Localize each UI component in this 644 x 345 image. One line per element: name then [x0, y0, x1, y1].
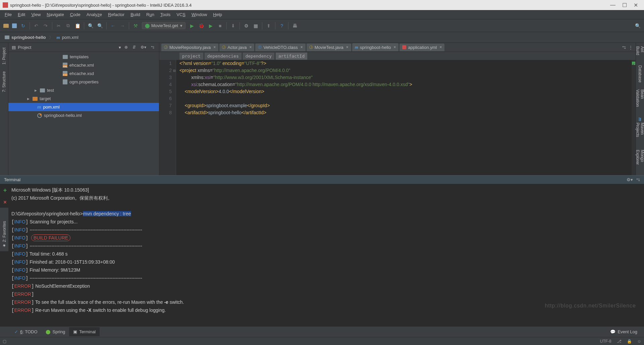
- tab-application-yml[interactable]: application.yml×: [399, 44, 444, 51]
- terminal-hide-icon[interactable]: ⥃: [636, 177, 640, 182]
- save-icon[interactable]: [12, 23, 17, 28]
- forward-icon[interactable]: →: [119, 23, 125, 29]
- cut-icon[interactable]: ✂: [56, 23, 62, 29]
- tree-node-ehcache-xsd[interactable]: XSDehcache.xsd: [8, 69, 159, 78]
- menu-window[interactable]: Window: [189, 11, 210, 18]
- tab-actor[interactable]: ⒿActor.java×: [219, 44, 254, 51]
- tree-node-ogm[interactable]: ogm.properties: [8, 78, 159, 86]
- search-everywhere-icon[interactable]: 🔍: [635, 23, 641, 29]
- event-log-tab[interactable]: 💬Event Log: [610, 329, 642, 334]
- replace-icon[interactable]: 🔍: [97, 23, 103, 29]
- menu-run[interactable]: Run: [144, 11, 157, 18]
- undo-icon[interactable]: ↶: [33, 23, 39, 29]
- sync-icon[interactable]: ↻: [20, 23, 26, 29]
- coverage-icon[interactable]: ▶: [208, 23, 214, 29]
- debug-icon[interactable]: 🐞: [198, 23, 204, 29]
- structure-icon[interactable]: ▦: [253, 23, 259, 29]
- open-icon[interactable]: [3, 24, 9, 28]
- menu-refactor[interactable]: Refactor: [105, 11, 127, 18]
- ant-build-tab[interactable]: Ant Build: [634, 43, 644, 62]
- collapse-icon[interactable]: ⇵: [131, 45, 137, 50]
- bean-validation-tab[interactable]: Bean Validation: [634, 86, 644, 115]
- maximize-button[interactable]: ☐: [622, 2, 627, 8]
- terminal-tab[interactable]: ▣Terminal: [69, 327, 100, 336]
- database-tab[interactable]: Database: [636, 62, 644, 86]
- find-icon[interactable]: 🔍: [88, 23, 94, 29]
- structure-tool-tab[interactable]: 7: Structure: [0, 68, 8, 95]
- stop-icon[interactable]: ■: [217, 23, 223, 29]
- close-icon[interactable]: ×: [249, 45, 252, 50]
- tab-list-icon[interactable]: ⥃: [622, 45, 626, 50]
- tree-node-ehcache-xml[interactable]: XMLehcache.xml: [8, 61, 159, 69]
- new-session-icon[interactable]: +: [3, 187, 7, 194]
- view-mode-dropdown[interactable]: ▾: [119, 45, 121, 50]
- spring-tab[interactable]: ⬤Spring: [42, 327, 69, 336]
- print-icon[interactable]: 🖶: [292, 23, 298, 29]
- menu-vcs[interactable]: VCS: [174, 11, 188, 18]
- menu-code[interactable]: Code: [67, 11, 83, 18]
- code-editor[interactable]: 12345678 ⊟<?xml version="1.0" encoding="…: [159, 60, 636, 175]
- menu-help[interactable]: Help: [210, 11, 225, 18]
- todo-tab[interactable]: ✓6: TODO: [10, 327, 42, 336]
- build-icon[interactable]: ⚒: [132, 23, 139, 29]
- navbar-file-label: pom.xml: [62, 35, 78, 40]
- menu-edit[interactable]: Edit: [15, 11, 28, 18]
- menu-analyze[interactable]: Analyze: [84, 11, 105, 18]
- status-window-icon[interactable]: ▢: [3, 339, 6, 344]
- menu-file[interactable]: File: [2, 11, 14, 18]
- close-icon[interactable]: ×: [393, 45, 396, 50]
- menu-tools[interactable]: Tools: [158, 11, 173, 18]
- tab-more-icon[interactable]: ⋮: [629, 45, 633, 50]
- navbar-crumb-file[interactable]: m pom.xml: [52, 33, 83, 42]
- favorites-tool-tab[interactable]: ★ 2: Favorites: [1, 218, 8, 251]
- status-lock-icon[interactable]: 🔒: [627, 339, 632, 344]
- back-icon[interactable]: ←: [110, 23, 116, 29]
- settings-gear-icon[interactable]: ⚙▾: [139, 45, 148, 50]
- code-lines[interactable]: ⊟<?xml version="1.0" encoding="UTF-8"?> …: [176, 60, 632, 175]
- tree-node-test[interactable]: ▶test: [8, 86, 159, 94]
- git-branch-icon[interactable]: ⎇: [617, 339, 622, 344]
- terminal-settings-icon[interactable]: ⚙▾: [627, 177, 633, 182]
- help-icon[interactable]: ?: [279, 23, 285, 29]
- run-config-selector[interactable]: ⬤ MovieTest.get ▾: [142, 22, 185, 29]
- settings-icon[interactable]: ⚙: [243, 23, 249, 29]
- tree-node-templates[interactable]: templates: [8, 53, 159, 61]
- crumb-dependencies[interactable]: dependencies: [205, 53, 241, 60]
- close-icon[interactable]: ×: [301, 45, 303, 50]
- close-session-icon[interactable]: ×: [3, 199, 6, 205]
- project-tree[interactable]: templates XMLehcache.xml XSDehcache.xsd …: [8, 52, 159, 175]
- paste-icon[interactable]: 📋: [74, 23, 80, 29]
- tab-movie-repository[interactable]: ⒿMovieRepository.java×: [161, 44, 218, 51]
- close-icon[interactable]: ×: [439, 45, 442, 50]
- navbar-crumb-root[interactable]: springboot-hello: [0, 33, 51, 42]
- tab-movie-test[interactable]: ⒿMovieTest.java×: [307, 44, 351, 51]
- sdk-icon[interactable]: ⬆: [266, 23, 272, 29]
- status-encoding[interactable]: UTF-8: [600, 339, 611, 344]
- status-hector-icon[interactable]: ☺: [637, 339, 641, 344]
- close-icon[interactable]: ×: [213, 45, 216, 50]
- tree-node-target[interactable]: ▶target: [8, 94, 159, 103]
- tree-node-iml[interactable]: springboot-hello.iml: [8, 111, 159, 120]
- redo-icon[interactable]: ↷: [43, 23, 49, 29]
- tab-springboot-hello[interactable]: mspringboot-hello×: [352, 43, 399, 51]
- minimize-button[interactable]: —: [610, 2, 615, 8]
- close-icon[interactable]: ×: [346, 45, 348, 50]
- scroll-from-icon[interactable]: ⊕: [123, 45, 129, 50]
- tree-node-pom[interactable]: mpom.xml: [8, 103, 159, 111]
- menu-navigate[interactable]: Navigate: [44, 11, 66, 18]
- crumb-artifactid[interactable]: artifactId: [276, 53, 307, 60]
- menu-view[interactable]: View: [29, 11, 43, 18]
- mongo-explorer-tab[interactable]: Mongo Explorer: [634, 146, 644, 175]
- maven-projects-tab[interactable]: mMaven Projects: [634, 114, 644, 146]
- project-tool-tab[interactable]: 1: Project: [0, 44, 8, 68]
- copy-icon[interactable]: ⧉: [65, 23, 71, 29]
- terminal-output[interactable]: Microsoft Windows [版本 10.0.15063] (c) 20…: [10, 184, 644, 326]
- menu-build[interactable]: Build: [128, 11, 143, 18]
- crumb-dependency[interactable]: dependency: [243, 53, 274, 60]
- hide-icon[interactable]: ⥃: [150, 45, 156, 50]
- crumb-project[interactable]: project: [179, 53, 203, 60]
- vcs-update-icon[interactable]: ⬇: [230, 23, 236, 29]
- close-button[interactable]: ✕: [634, 2, 638, 8]
- tab-vehicle-dto[interactable]: ⒸVehicleDTO.class×: [255, 44, 305, 51]
- run-icon[interactable]: ▶: [189, 23, 195, 29]
